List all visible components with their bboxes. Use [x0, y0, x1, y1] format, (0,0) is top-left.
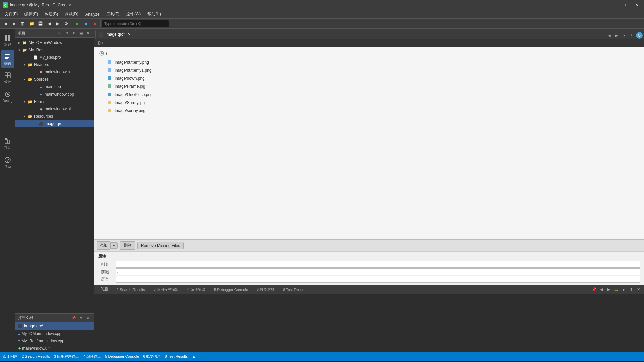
editor-area: ⬛ image.qrc* ✕ ◀ ▶ ✕ ⋮ Q / [94, 29, 644, 352]
menu-debug[interactable]: 调试(D) [61, 11, 82, 18]
alias-input[interactable] [116, 261, 640, 268]
bottom-tab-search[interactable]: 2 Search Results [113, 286, 149, 293]
bp-nav-back[interactable]: ◀ [598, 287, 604, 293]
prefix-input[interactable] [116, 268, 640, 275]
window-controls: − □ ✕ [612, 1, 641, 9]
tab-menu[interactable]: ⋮ [629, 32, 635, 38]
status-issues[interactable]: ⚠ 1 问题 [3, 354, 18, 359]
toolbar-stop[interactable]: ■ [91, 20, 99, 28]
tree-item-mainwindow-ui[interactable]: ◈ mainwindow.ui [15, 105, 94, 113]
remove-missing-files-button[interactable]: Remove Missing Files [137, 242, 184, 249]
sidebar-item-edit[interactable]: 编辑 [1, 50, 14, 68]
bottom-tab-summary[interactable]: 6 概要信息 [253, 286, 278, 293]
open-doc-image-qrc[interactable]: ⬛ image.qrc* [15, 322, 94, 330]
toolbar-btn-2[interactable]: 📁 [28, 20, 36, 28]
menu-edit[interactable]: 编辑(E) [21, 11, 41, 18]
tree-item-headers[interactable]: ▼ 📂 Headers [15, 61, 94, 68]
tree-item-resources[interactable]: ▼ 📂 Resources [15, 113, 94, 120]
status-arrow-up[interactable]: ▲ [192, 354, 196, 358]
menu-build[interactable]: 构建(B) [41, 11, 61, 18]
sidebar-item-project[interactable]: 项目 [1, 135, 14, 152]
resource-file-butterfly[interactable]: Image/butterfly.png [98, 58, 640, 66]
project-close-icon[interactable]: ✕ [85, 30, 91, 36]
tab-nav-forward[interactable]: ▶ [614, 32, 620, 38]
toolbar-run[interactable]: ▶ [73, 20, 82, 28]
menu-help[interactable]: 帮助(H) [144, 11, 164, 18]
resource-file-frame[interactable]: Image/Frame.jpg [98, 82, 640, 90]
project-collapse-icon[interactable]: ▣ [78, 30, 84, 36]
bottom-tab-debugger[interactable]: 5 Debugger Console [210, 286, 252, 293]
toolbar-btn-4[interactable]: ◀ [45, 20, 53, 28]
tree-item-mainwindow-h[interactable]: ■ mainwindow.h [15, 68, 94, 76]
toolbar-forward[interactable]: ▶ [10, 20, 18, 28]
tab-image-qrc[interactable]: ⬛ image.qrc* ✕ [95, 30, 136, 39]
tab-nav-back[interactable]: ◀ [606, 32, 612, 38]
toolbar-back[interactable]: ◀ [1, 20, 9, 28]
locate-input[interactable] [102, 20, 169, 27]
add-dropdown-button[interactable]: ▼ [110, 242, 118, 249]
menu-file[interactable]: 文件(F) [1, 11, 21, 18]
breadcrumb-icon [97, 41, 101, 45]
menu-analyze[interactable]: Analyze [82, 11, 103, 18]
bp-pin-icon[interactable]: 📌 [591, 287, 597, 293]
bottom-tab-app-output[interactable]: 3 应用程序输出 [150, 286, 183, 293]
tree-item-my-qmainwindow[interactable]: ▶ 📁 My_QMainWindow [15, 39, 94, 46]
svg-rect-25 [108, 68, 111, 72]
bp-filter-icon[interactable]: ▼ [621, 287, 627, 293]
resource-file-down[interactable]: Image/down.png [98, 74, 640, 82]
open-doc-mainwindow-ui[interactable]: ◈ mainwindow.ui* [15, 345, 94, 352]
bottom-tab-tests[interactable]: 8 Test Results [279, 286, 310, 293]
delete-button[interactable]: 删除 [120, 241, 135, 250]
toolbar-btn-6[interactable]: ⟳ [62, 20, 70, 28]
project-settings-icon[interactable]: ⚙ [64, 30, 70, 36]
resource-file-sunny-jpg[interactable]: Image/Sunny.jpg [98, 99, 640, 107]
docs-split-icon[interactable]: ⧉ [85, 315, 91, 321]
sidebar-item-design[interactable]: 设计 [1, 69, 14, 86]
status-summary[interactable]: 6 概要信息 [143, 354, 161, 359]
bottom-tab-issues[interactable]: 问题 [97, 286, 112, 293]
project-filter-icon[interactable]: ▼ [71, 30, 77, 36]
resource-file-onepiece[interactable]: Image/OnePiece.png [98, 90, 640, 99]
menu-tools[interactable]: 工具(T) [103, 11, 123, 18]
resource-file-butterfly1[interactable]: Image/butterfly1.png [98, 66, 640, 74]
resource-file-sunny-png[interactable]: Image/sunny.png [98, 107, 640, 115]
tree-item-sources[interactable]: ▼ 📂 Sources [15, 76, 94, 83]
add-button[interactable]: 添加 [97, 241, 110, 250]
tree-item-main-cpp[interactable]: ≡ main.cpp [15, 83, 94, 90]
tab-close-button[interactable]: ✕ [127, 32, 131, 37]
tree-item-forms[interactable]: ▼ 📂 Forms [15, 98, 94, 105]
lang-input[interactable] [116, 276, 640, 283]
resource-root[interactable]: / [98, 50, 640, 58]
menu-controls[interactable]: 控件(W) [123, 11, 144, 18]
toolbar-btn-5[interactable]: ▶ [54, 20, 62, 28]
tab-close-all[interactable]: ✕ [621, 32, 627, 38]
status-app-output[interactable]: 3 应用程序输出 [54, 354, 79, 359]
docs-pin-icon[interactable]: 📌 [71, 315, 77, 321]
bp-close-icon[interactable]: ✕ [635, 287, 641, 293]
toolbar-debug-run[interactable]: ▶ [82, 20, 90, 28]
tree-item-my-res-pro[interactable]: 📄 My_Res.pro [15, 54, 94, 61]
project-sync-icon[interactable]: ⟳ [57, 30, 63, 36]
maximize-button[interactable]: □ [622, 1, 631, 9]
lang-label: 语言： [98, 277, 113, 282]
sidebar-item-debug[interactable]: Debug [1, 88, 14, 105]
status-compile[interactable]: 4 编译输出 [83, 354, 101, 359]
tree-item-my-res[interactable]: ▼ 📂 My_Res [15, 46, 94, 54]
toolbar-btn-3[interactable]: 💾 [36, 20, 44, 28]
bottom-tab-compile-output[interactable]: 4 编译输出 [183, 286, 209, 293]
toolbar-btn-1[interactable]: ⊞ [19, 20, 27, 28]
tree-item-mainwindow-cpp[interactable]: ≡ mainwindow.cpp [15, 90, 94, 98]
bp-maximize-icon[interactable]: ⬆ [628, 287, 634, 293]
open-doc-mainwindow-cpp-1[interactable]: ≡ My_QMain...ndow.cpp [15, 330, 94, 337]
minimize-button[interactable]: − [612, 1, 621, 9]
sidebar-item-welcome[interactable]: 欢迎 [1, 32, 14, 49]
status-search[interactable]: 2 Search Results [22, 354, 50, 358]
docs-close-icon[interactable]: ✕ [78, 315, 84, 321]
sidebar-item-help[interactable]: ? 帮助 [1, 154, 14, 171]
bp-nav-forward[interactable]: ▶ [606, 287, 612, 293]
tree-item-image-qrc[interactable]: ⬛ image.qrc [15, 120, 94, 127]
status-tests[interactable]: 8 Test Results [165, 354, 188, 358]
status-debugger[interactable]: 5 Debugger Console [105, 354, 139, 358]
open-doc-mainwindow-cpp-2[interactable]: ≡ My_Res/ma...indow.cpp [15, 337, 94, 345]
close-button[interactable]: ✕ [632, 1, 641, 9]
